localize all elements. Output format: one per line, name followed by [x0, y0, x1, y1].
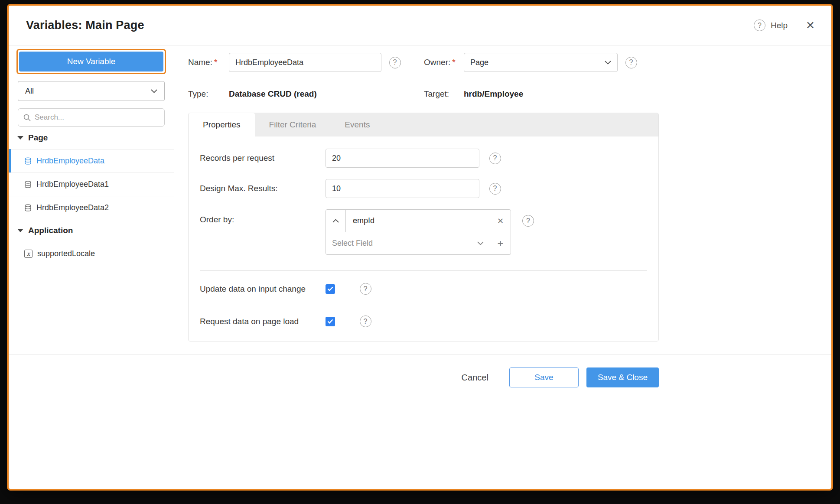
update-on-input-change-label: Update data on input change	[200, 284, 326, 294]
request-on-page-load-row: Request data on page load ?	[200, 315, 647, 327]
target-value: hrdb/Employee	[464, 89, 645, 99]
chevron-down-icon	[151, 89, 157, 93]
variable-filter-select[interactable]: All	[18, 81, 165, 101]
app-backdrop: { "modal": { "title": "Variables: Main P…	[0, 0, 840, 504]
new-variable-button[interactable]: New Variable	[19, 52, 163, 72]
owner-help-icon[interactable]: ?	[625, 57, 637, 68]
order-by-entry: empId	[326, 209, 490, 232]
chevron-down-icon	[477, 241, 484, 245]
order-by-help-icon[interactable]: ?	[522, 215, 534, 227]
select-field-placeholder: Select Field	[332, 239, 373, 248]
remove-icon: ✕	[497, 216, 504, 226]
sidebar-item-hrdbemployeedata2[interactable]: HrdbEmployeeData2	[9, 196, 174, 219]
owner-select[interactable]: Page	[464, 53, 618, 72]
properties-tab-content: Records per request ? Design Max. Result…	[189, 137, 658, 341]
variables-sidebar: New Variable All Page HrdbEmployeeData	[9, 46, 174, 354]
owner-value: Page	[470, 58, 488, 67]
request-on-page-load-checkbox[interactable]	[326, 317, 335, 326]
dialog-body: New Variable All Page HrdbEmployeeData	[9, 46, 831, 354]
sort-ascending-toggle[interactable]	[326, 210, 346, 232]
variable-filter-value: All	[25, 87, 34, 96]
design-max-results-row: Design Max. Results: ?	[200, 179, 647, 198]
add-order-field-button[interactable]: +	[490, 232, 511, 255]
design-max-results-input[interactable]	[326, 179, 479, 198]
help-link[interactable]: Help	[771, 21, 788, 30]
order-by-row: Order by: empId ✕	[200, 209, 647, 255]
tab-bar: Properties Filter Criteria Events	[189, 113, 658, 137]
tab-events[interactable]: Events	[330, 113, 384, 137]
target-label: Target:	[424, 89, 464, 99]
request-help-icon[interactable]: ?	[360, 315, 371, 327]
design-max-help-icon[interactable]: ?	[489, 183, 501, 195]
order-by-group: empId ✕ Select Field +	[326, 209, 511, 255]
records-per-request-row: Records per request ?	[200, 149, 647, 168]
sidebar-section-application[interactable]: Application	[9, 219, 174, 242]
tab-properties[interactable]: Properties	[189, 113, 255, 137]
check-icon	[327, 319, 333, 324]
variable-icon: x	[24, 250, 33, 258]
chevron-up-icon	[332, 219, 339, 223]
remove-order-field-button[interactable]: ✕	[490, 209, 511, 232]
close-icon[interactable]: ✕	[806, 20, 815, 31]
required-marker: *	[452, 58, 455, 67]
update-on-input-change-row: Update data on input change ?	[200, 283, 647, 295]
variable-label: HrdbEmployeeData	[36, 156, 104, 166]
chevron-down-icon	[605, 61, 611, 65]
database-icon	[24, 181, 32, 188]
order-by-field-value: empId	[346, 210, 374, 232]
database-icon	[24, 157, 32, 165]
save-button[interactable]: Save	[509, 367, 579, 387]
variable-meta-form: Name:* ? Owner:* Page ? Type: Database C…	[188, 53, 831, 99]
order-by-field-select[interactable]: Select Field	[326, 232, 490, 255]
cancel-button[interactable]: Cancel	[462, 367, 488, 387]
tab-filter-criteria[interactable]: Filter Criteria	[255, 113, 331, 137]
variable-label: HrdbEmployeeData2	[36, 203, 109, 212]
sidebar-section-page[interactable]: Page	[9, 127, 174, 149]
variable-label: supportedLocale	[37, 249, 95, 258]
variables-dialog: Variables: Main Page ? Help ✕ New Variab…	[7, 4, 833, 491]
database-icon	[24, 204, 32, 211]
dialog-header: Variables: Main Page ? Help ✕	[9, 6, 831, 46]
update-help-icon[interactable]: ?	[360, 283, 371, 295]
new-variable-highlight: New Variable	[16, 49, 166, 74]
variable-tab-panel: Properties Filter Criteria Events Record…	[188, 113, 659, 341]
type-value: Database CRUD (read)	[229, 89, 408, 99]
search-icon	[23, 114, 31, 121]
section-label: Page	[28, 133, 48, 143]
name-help-icon[interactable]: ?	[389, 57, 401, 68]
sidebar-item-supportedlocale[interactable]: x supportedLocale	[9, 242, 174, 265]
variable-label: HrdbEmployeeData1	[36, 180, 109, 189]
records-help-icon[interactable]: ?	[489, 153, 501, 164]
caret-down-icon	[17, 136, 23, 140]
records-per-request-input[interactable]	[326, 149, 479, 168]
name-label: Name:*	[188, 58, 229, 67]
search-input[interactable]	[35, 113, 159, 122]
plus-icon: +	[497, 238, 503, 249]
dialog-footer: Cancel Save Save & Close	[9, 354, 831, 489]
sidebar-item-hrdbemployeedata[interactable]: HrdbEmployeeData	[9, 149, 174, 172]
panel-divider	[200, 270, 647, 271]
request-on-page-load-label: Request data on page load	[200, 317, 326, 326]
help-icon[interactable]: ?	[754, 20, 765, 31]
section-label: Application	[28, 226, 73, 235]
check-icon	[327, 286, 333, 291]
caret-down-icon	[17, 229, 23, 232]
design-max-results-label: Design Max. Results:	[200, 184, 326, 193]
variable-detail-panel: Name:* ? Owner:* Page ? Type: Database C…	[174, 46, 831, 354]
name-input[interactable]	[229, 53, 381, 72]
type-label: Type:	[188, 89, 229, 99]
page-title: Variables: Main Page	[26, 19, 144, 32]
sidebar-item-hrdbemployeedata1[interactable]: HrdbEmployeeData1	[9, 172, 174, 196]
required-marker: *	[214, 58, 217, 67]
order-by-label: Order by:	[200, 209, 326, 224]
records-per-request-label: Records per request	[200, 153, 326, 163]
header-actions: ? Help ✕	[754, 20, 815, 31]
variable-search	[18, 108, 165, 127]
update-on-input-change-checkbox[interactable]	[326, 284, 335, 294]
save-and-close-button[interactable]: Save & Close	[586, 367, 659, 387]
owner-label: Owner:*	[424, 58, 464, 67]
